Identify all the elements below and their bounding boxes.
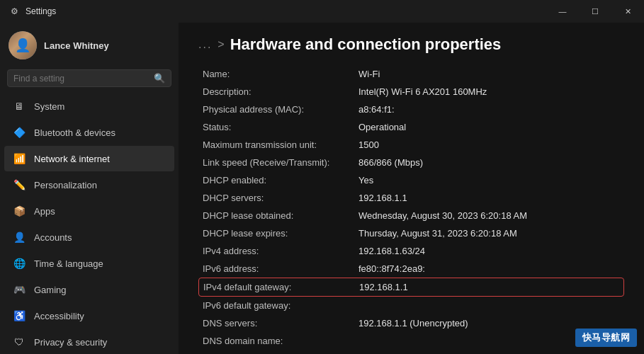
sidebar-label-gaming: Gaming	[34, 285, 67, 295]
settings-app-icon: ⚙	[9, 6, 20, 17]
prop-value: 192.168.1.1	[358, 193, 620, 203]
prop-value: 866/866 (Mbps)	[358, 157, 620, 168]
table-row: Name:Wi-Fi	[198, 65, 624, 83]
title-bar-left: ⚙ Settings	[9, 6, 56, 17]
prop-label: DHCP lease obtained:	[203, 210, 358, 221]
search-icon: 🔍	[154, 73, 165, 84]
sidebar-label-accessibility: Accessibility	[34, 311, 84, 321]
nav-items: 🖥System🔷Bluetooth & devices📶Network & in…	[0, 93, 179, 354]
sidebar-item-system[interactable]: 🖥System	[4, 93, 174, 119]
watermark: 快马导航网	[575, 329, 638, 347]
title-bar: ⚙ Settings — ☐ ✕	[0, 0, 644, 23]
accessibility-icon: ♿	[13, 309, 26, 322]
search-input[interactable]	[13, 74, 149, 84]
sidebar-item-time[interactable]: 🌐Time & language	[4, 251, 174, 276]
sidebar-item-bluetooth[interactable]: 🔷Bluetooth & devices	[4, 120, 174, 145]
sidebar-item-accounts[interactable]: 👤Accounts	[4, 224, 174, 250]
prop-value	[358, 300, 620, 311]
prop-value: a8:64:f1:	[358, 104, 620, 115]
table-row: IPv6 default gateway:	[198, 297, 624, 314]
page-title: Hardware and connection properties	[230, 35, 502, 54]
prop-label: DNS servers:	[203, 318, 358, 329]
prop-value: 192.168.1.1 (Unencrypted)	[358, 318, 620, 329]
personalization-icon: ✏️	[13, 178, 26, 191]
network-icon: 📶	[13, 152, 26, 165]
prop-label: DNS domain name:	[203, 336, 358, 346]
breadcrumb-separator: >	[218, 38, 224, 51]
bluetooth-icon: 🔷	[13, 126, 26, 139]
table-row: DNS domain name:	[198, 332, 624, 350]
table-row: DHCP lease expires:Thursday, August 31, …	[198, 224, 624, 242]
prop-label: DHCP enabled:	[203, 175, 358, 185]
prop-label: IPv6 address:	[203, 263, 358, 274]
sidebar-item-privacy[interactable]: 🛡Privacy & security	[4, 329, 174, 354]
table-row: IPv4 address:192.168.1.63/24	[198, 242, 624, 260]
prop-label: DHCP lease expires:	[203, 228, 358, 239]
table-row: IPv4 default gateway:192.168.1.1	[198, 278, 624, 297]
time-icon: 🌐	[13, 257, 26, 270]
table-row: DHCP servers:192.168.1.1	[198, 189, 624, 207]
title-bar-controls: — ☐ ✕	[546, 0, 644, 23]
search-box[interactable]: 🔍	[7, 69, 171, 87]
prop-value: 1500	[358, 139, 620, 150]
avatar-image: 👤	[9, 31, 37, 59]
user-profile[interactable]: 👤 Lance Whitney	[0, 25, 179, 67]
title-bar-title: Settings	[26, 6, 56, 16]
prop-value: 192.168.1.63/24	[358, 246, 620, 256]
content-header: ... > Hardware and connection properties	[179, 23, 644, 65]
prop-value: 192.168.1.1	[359, 282, 619, 292]
sidebar-label-bluetooth: Bluetooth & devices	[34, 127, 115, 138]
system-icon: 🖥	[13, 100, 26, 113]
properties-table: Name:Wi-FiDescription:Intel(R) Wi-Fi 6 A…	[179, 65, 644, 354]
sidebar-item-gaming[interactable]: 🎮Gaming	[4, 277, 174, 302]
prop-value: Wednesday, August 30, 2023 6:20:18 AM	[358, 210, 620, 221]
prop-label: Physical address (MAC):	[203, 104, 358, 115]
avatar: 👤	[9, 31, 37, 59]
sidebar-item-apps[interactable]: 📦Apps	[4, 198, 174, 224]
prop-label: Status:	[203, 122, 358, 132]
maximize-button[interactable]: ☐	[579, 0, 611, 23]
table-row: DNS servers:192.168.1.1 (Unencrypted)	[198, 314, 624, 332]
table-row: DHCP enabled:Yes	[198, 171, 624, 189]
table-row: Maximum transmission unit:1500	[198, 136, 624, 154]
table-row: Link speed (Receive/Transmit):866/866 (M…	[198, 154, 624, 171]
user-name: Lance Whitney	[44, 40, 109, 51]
sidebar-item-accessibility[interactable]: ♿Accessibility	[4, 303, 174, 329]
accounts-icon: 👤	[13, 231, 26, 244]
sidebar-item-network[interactable]: 📶Network & internet	[4, 146, 174, 171]
gaming-icon: 🎮	[13, 283, 26, 296]
prop-value: Wi-Fi	[358, 69, 620, 79]
prop-label: Maximum transmission unit:	[203, 139, 358, 150]
sidebar-label-system: System	[34, 101, 64, 112]
prop-label: IPv6 default gateway:	[203, 300, 358, 311]
table-row: Status:Operational	[198, 118, 624, 136]
sidebar-item-personalization[interactable]: ✏️Personalization	[4, 172, 174, 198]
prop-value: Yes	[358, 175, 620, 185]
content-area: ... > Hardware and connection properties…	[179, 23, 644, 354]
prop-label: IPv4 address:	[203, 246, 358, 256]
prop-label: Link speed (Receive/Transmit):	[203, 157, 358, 168]
sidebar-label-network: Network & internet	[34, 154, 110, 164]
sidebar: 👤 Lance Whitney 🔍 🖥System🔷Bluetooth & de…	[0, 23, 179, 354]
sidebar-label-accounts: Accounts	[34, 232, 72, 243]
sidebar-label-apps: Apps	[34, 206, 55, 217]
sidebar-label-personalization: Personalization	[34, 180, 97, 190]
table-row: IPv6 address:fe80::8f74:2ea9:	[198, 260, 624, 278]
prop-value: fe80::8f74:2ea9:	[358, 263, 620, 274]
sidebar-label-privacy: Privacy & security	[34, 337, 107, 348]
breadcrumb-dots[interactable]: ...	[198, 38, 212, 51]
prop-label: IPv4 default gateway:	[203, 282, 359, 292]
table-row: DHCP lease obtained:Wednesday, August 30…	[198, 207, 624, 224]
main-container: 👤 Lance Whitney 🔍 🖥System🔷Bluetooth & de…	[0, 23, 644, 354]
privacy-icon: 🛡	[13, 336, 26, 348]
close-button[interactable]: ✕	[611, 0, 644, 23]
apps-icon: 📦	[13, 205, 26, 217]
prop-value: Operational	[358, 122, 620, 132]
table-row: DNS connection suffix:	[198, 350, 624, 354]
sidebar-label-time: Time & language	[34, 258, 103, 269]
prop-value: Thursday, August 31, 2023 6:20:18 AM	[358, 228, 620, 239]
search-container: 🔍	[0, 67, 179, 93]
prop-label: Name:	[203, 69, 358, 79]
prop-label: DHCP servers:	[203, 193, 358, 203]
minimize-button[interactable]: —	[546, 0, 579, 23]
